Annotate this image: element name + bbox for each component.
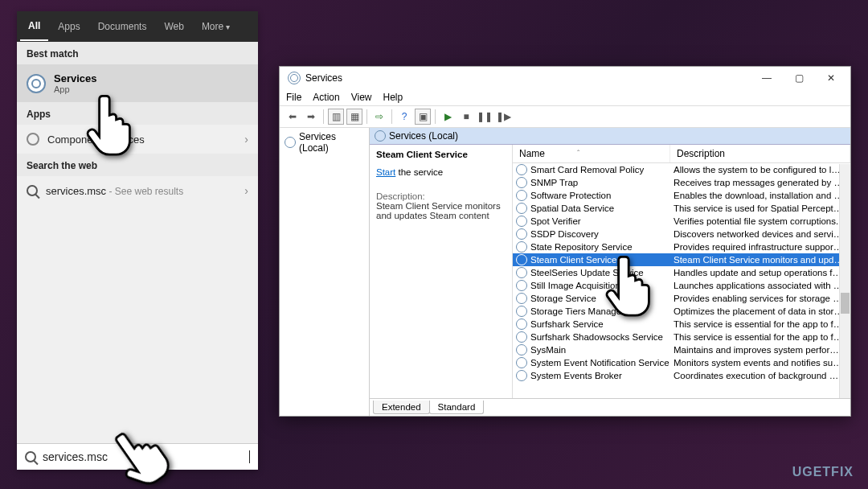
- service-description: Launches applications associated with st…: [674, 281, 850, 290]
- tab-documents[interactable]: Documents: [90, 13, 155, 40]
- menu-file[interactable]: File: [286, 92, 301, 103]
- gear-icon: [516, 370, 527, 381]
- minimize-button[interactable]: —: [751, 67, 783, 89]
- search-input[interactable]: [43, 450, 243, 463]
- forward-button[interactable]: ➡: [303, 109, 319, 125]
- service-row[interactable]: SysMainMaintains and improves system per…: [513, 343, 850, 356]
- service-description: Monitors system events and notifies subs…: [674, 358, 850, 368]
- service-row[interactable]: State Repository ServiceProvides require…: [513, 240, 850, 253]
- stop-service-button[interactable]: ■: [458, 109, 474, 125]
- gear-icon: [516, 267, 527, 278]
- service-row[interactable]: Surfshark ServiceThis service is essenti…: [513, 318, 850, 331]
- service-description: Discovers networked devices and services…: [674, 229, 850, 239]
- search-bar[interactable]: [17, 443, 258, 470]
- service-description: Enables the download, installation and e…: [674, 191, 850, 200]
- start-tabs: All Apps Documents Web More: [17, 11, 258, 42]
- web-hint: - See web results: [106, 186, 183, 197]
- service-name: Still Image Acquisition Even: [530, 281, 674, 290]
- column-description[interactable]: Description: [670, 145, 850, 162]
- show-hide-tree-button[interactable]: ▥: [328, 109, 344, 125]
- properties-button[interactable]: ▦: [346, 109, 362, 125]
- gear-icon: [516, 293, 527, 304]
- services-window: Services — ▢ ✕ File Action View Help ⬅ ➡…: [279, 66, 851, 417]
- service-row[interactable]: Spatial Data ServiceThis service is used…: [513, 202, 850, 215]
- tab-more[interactable]: More: [194, 13, 238, 40]
- service-row[interactable]: Spot VerifierVerifies potential file sys…: [513, 215, 850, 228]
- text-caret: [249, 450, 250, 463]
- restart-service-button[interactable]: ❚▶: [495, 109, 511, 125]
- service-description: Optimizes the placement of data in stora…: [674, 306, 850, 316]
- service-row[interactable]: SteelSeries Update ServiceHandles update…: [513, 266, 850, 279]
- search-icon: [25, 451, 36, 462]
- start-rest-text: the service: [395, 167, 443, 177]
- apps-header: Apps: [17, 102, 258, 125]
- pause-service-button[interactable]: ❚❚: [477, 109, 493, 125]
- toolbar: ⬅ ➡ ▥ ▦ ⇨ ? ▣ ▶ ■ ❚❚ ❚▶: [280, 105, 850, 128]
- window-title: Services: [305, 72, 751, 84]
- menu-view[interactable]: View: [351, 92, 372, 103]
- service-row[interactable]: SSDP DiscoveryDiscovers networked device…: [513, 228, 850, 240]
- sort-indicator-icon: ˆ: [577, 150, 579, 158]
- service-row[interactable]: System Event Notification ServiceMonitor…: [513, 356, 850, 369]
- tab-all[interactable]: All: [20, 12, 48, 41]
- column-name[interactable]: Nameˆ: [513, 145, 670, 162]
- tree-node-services-local[interactable]: Services (Local): [285, 131, 364, 154]
- maximize-button[interactable]: ▢: [783, 67, 815, 89]
- service-name: Surfshark Service: [530, 319, 674, 329]
- vertical-scrollbar[interactable]: [839, 164, 850, 398]
- service-row[interactable]: Software ProtectionEnables the download,…: [513, 189, 850, 202]
- best-match-item[interactable]: Services App: [17, 64, 258, 102]
- service-row[interactable]: Smart Card Removal PolicyAllows the syst…: [513, 163, 850, 176]
- column-headers[interactable]: Nameˆ Description: [513, 145, 850, 163]
- scrollbar-thumb[interactable]: [841, 293, 850, 314]
- tree-pane[interactable]: Services (Local): [280, 128, 370, 416]
- tab-apps[interactable]: Apps: [50, 13, 88, 40]
- tab-web[interactable]: Web: [156, 13, 191, 40]
- apps-item-component-services[interactable]: Component Services ›: [17, 125, 258, 154]
- service-description: This service is essential for the app to…: [674, 332, 850, 342]
- service-name: Storage Tiers Management: [530, 306, 674, 316]
- service-row[interactable]: Surfshark Shadowsocks ServiceThis servic…: [513, 331, 850, 343]
- chevron-right-icon: ›: [244, 133, 248, 146]
- service-description: Allows the system to be configured to lo…: [674, 165, 850, 175]
- gear-icon: [516, 306, 527, 317]
- gear-icon: [516, 177, 527, 188]
- service-row[interactable]: Still Image Acquisition EvenLaunches app…: [513, 279, 850, 292]
- service-description: This service is essential for the app to…: [674, 319, 850, 329]
- service-name: System Events Broker: [530, 371, 674, 380]
- menu-action[interactable]: Action: [313, 92, 339, 103]
- service-description: This service is used for Spatial Percept…: [674, 203, 850, 213]
- web-result-item[interactable]: services.msc - See web results ›: [17, 176, 258, 205]
- component-services-icon: [27, 133, 39, 146]
- services-list: Nameˆ Description Smart Card Removal Pol…: [513, 145, 850, 398]
- refresh-button[interactable]: ▣: [415, 109, 431, 125]
- menu-help[interactable]: Help: [383, 92, 403, 103]
- services-icon: [27, 74, 46, 93]
- back-button[interactable]: ⬅: [285, 109, 301, 125]
- menubar: File Action View Help: [280, 89, 850, 105]
- close-button[interactable]: ✕: [815, 67, 847, 89]
- service-row[interactable]: System Events BrokerCoordinates executio…: [513, 369, 850, 382]
- service-description: Handles update and setup operations for …: [674, 268, 850, 277]
- help-button[interactable]: ?: [396, 109, 412, 125]
- tab-extended[interactable]: Extended: [373, 401, 430, 414]
- gear-icon: [516, 318, 527, 330]
- start-service-link[interactable]: Start: [376, 167, 395, 177]
- titlebar[interactable]: Services — ▢ ✕: [280, 67, 850, 89]
- service-row[interactable]: SNMP TrapReceives trap messages generate…: [513, 176, 850, 189]
- gear-icon: [516, 331, 527, 343]
- service-row[interactable]: Steam Client ServiceSteam Client Service…: [513, 253, 850, 266]
- tab-standard[interactable]: Standard: [429, 401, 485, 414]
- description-text: Steam Client Service monitors and update…: [376, 201, 506, 220]
- service-rows[interactable]: Smart Card Removal PolicyAllows the syst…: [513, 163, 850, 397]
- service-name: System Event Notification Service: [530, 358, 674, 368]
- gear-icon: [516, 280, 527, 291]
- service-row[interactable]: Storage Tiers ManagementOptimizes the pl…: [513, 305, 850, 318]
- gear-icon: [516, 357, 527, 368]
- gear-icon: [285, 137, 296, 148]
- start-service-button[interactable]: ▶: [440, 109, 456, 125]
- service-row[interactable]: Storage ServiceProvides enabling service…: [513, 292, 850, 305]
- service-name: Steam Client Service: [530, 255, 674, 265]
- export-button[interactable]: ⇨: [371, 109, 387, 125]
- service-description: Provides required infrastructure support…: [674, 242, 850, 252]
